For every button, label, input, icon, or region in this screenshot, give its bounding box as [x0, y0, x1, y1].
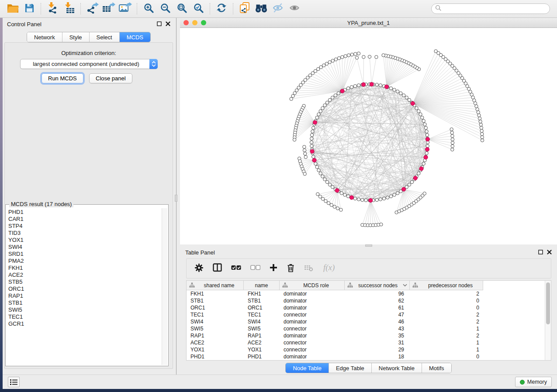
table-settings-button[interactable] — [194, 263, 204, 274]
mcds-result-item[interactable]: ACE2 — [7, 272, 161, 279]
table-toolbar: f(x) — [186, 258, 551, 279]
export-table-button[interactable] — [100, 1, 117, 16]
tab-select[interactable]: Select — [89, 32, 119, 42]
mcds-result-item[interactable]: PHD1 — [7, 209, 161, 216]
network-graph[interactable] — [180, 28, 557, 244]
table-scrollbar[interactable] — [545, 281, 551, 360]
table-row[interactable]: STB1STB1dominator620 — [187, 297, 545, 304]
table-row[interactable]: ORC1ORC1dominator610 — [187, 304, 545, 311]
table-row[interactable]: RAP1RAP1dominator352 — [187, 332, 545, 339]
select-all-rows-button[interactable] — [231, 264, 241, 273]
close-panel-icon[interactable] — [547, 249, 552, 256]
mcds-result-item[interactable]: GCR1 — [7, 320, 161, 327]
tab-motifs[interactable]: Motifs — [422, 363, 451, 373]
network-search-box[interactable] — [431, 3, 550, 14]
tab-node-table[interactable]: Node Table — [286, 363, 329, 373]
column-header-successor-nodes[interactable]: successor nodes — [345, 281, 410, 290]
show-hide-icon — [272, 3, 284, 15]
show-hide-button[interactable] — [270, 1, 286, 16]
table-row[interactable]: FKH1FKH1dominator962 — [187, 290, 545, 297]
deselect-all-rows-button[interactable] — [250, 264, 260, 273]
float-panel-icon[interactable] — [157, 21, 162, 28]
mcds-result-item[interactable]: PMA2 — [7, 258, 161, 265]
tab-network[interactable]: Network — [27, 32, 62, 42]
column-visibility-button[interactable] — [213, 263, 222, 274]
cell-predecessor-nodes: 1 — [410, 325, 483, 332]
mcds-result-item[interactable]: SWI4 — [7, 244, 161, 251]
cell-successor-nodes: 47 — [345, 311, 410, 318]
add-column-icon — [270, 264, 277, 273]
tab-network-table[interactable]: Network Table — [371, 363, 422, 373]
tab-style[interactable]: Style — [62, 32, 89, 42]
export-network-button[interactable] — [84, 1, 100, 16]
cell-predecessor-nodes: 2 — [410, 311, 483, 318]
open-file-button[interactable] — [4, 1, 21, 16]
mcds-result-item[interactable]: ORC1 — [7, 285, 161, 292]
function-builder-icon: f(x) — [322, 263, 336, 274]
table-row[interactable]: YOX1YOX1connector291 — [187, 346, 545, 353]
tab-mcds[interactable]: MCDS — [119, 32, 150, 42]
mcds-result-item[interactable]: TID3 — [7, 230, 161, 237]
first-neighbors-button[interactable] — [253, 1, 270, 16]
network-window-titlebar[interactable]: YPA_prune.txt_1 — [180, 18, 557, 28]
cell-shared-name: SWI4 — [187, 318, 244, 325]
mcds-result-item[interactable]: CAR1 — [7, 216, 161, 223]
cell-predecessor-nodes: 0 — [410, 297, 483, 304]
zoom-out-button[interactable] — [157, 1, 173, 16]
refresh-layout-button[interactable] — [213, 1, 230, 16]
tab-edge-table[interactable]: Edge Table — [329, 363, 371, 373]
mcds-result-item[interactable]: SWI5 — [7, 306, 161, 313]
delete-column-button[interactable] — [287, 263, 295, 274]
column-header-predecessor-nodes[interactable]: predecessor nodes — [410, 281, 483, 290]
table-row[interactable]: TEC1TEC1connector472 — [187, 311, 545, 318]
mcds-result-item[interactable]: FKH1 — [7, 265, 161, 272]
cell-shared-name: FKH1 — [187, 290, 244, 297]
mcds-result-item[interactable]: STB1 — [7, 299, 161, 306]
shared-column-icon — [347, 282, 353, 288]
close-panel-icon[interactable] — [166, 21, 170, 28]
optimization-criterion-select[interactable]: largest connected component (undirected) — [20, 59, 158, 69]
task-history-button[interactable] — [8, 377, 20, 387]
zoom-selected-button[interactable] — [190, 1, 207, 16]
save-session-button[interactable] — [21, 1, 38, 16]
mcds-result-item[interactable]: STB5 — [7, 279, 161, 285]
export-image-button[interactable] — [117, 1, 134, 16]
zoom-fit-button[interactable] — [173, 1, 190, 16]
network-view-canvas[interactable] — [180, 28, 557, 244]
selected-criterion: largest connected component (undirected) — [21, 61, 150, 67]
mcds-result-item[interactable]: RAP1 — [7, 292, 161, 299]
memory-label: Memory — [527, 379, 547, 385]
hide-selected-button[interactable] — [286, 1, 303, 16]
column-header-MCDS-role[interactable]: MCDS role — [280, 281, 345, 290]
mcds-result-item[interactable]: SRD1 — [7, 251, 161, 258]
table-row[interactable]: SWI5SWI5connector431 — [187, 325, 545, 332]
table-row[interactable]: SWI4SWI4dominator462 — [187, 318, 545, 325]
mcds-result-item[interactable]: TEC1 — [7, 313, 161, 320]
float-panel-icon[interactable] — [538, 249, 543, 256]
cell-name: PHD1 — [244, 353, 280, 360]
cell-predecessor-nodes: 0 — [410, 353, 483, 360]
mcds-result-item[interactable]: STP4 — [7, 223, 161, 230]
scrollbar-thumb[interactable] — [546, 282, 550, 324]
optimization-criterion-label: Optimization criterion: — [5, 50, 173, 56]
clone-network-button[interactable] — [236, 1, 253, 16]
close-panel-button[interactable]: Close panel — [89, 73, 132, 83]
table-row[interactable]: PHD1PHD1dominator180 — [187, 353, 545, 360]
table-row[interactable]: ACE2ACE2connector311 — [187, 339, 545, 346]
run-mcds-button[interactable]: Run MCDS — [42, 73, 83, 83]
column-header-shared-name[interactable]: shared name — [187, 281, 244, 290]
memory-button[interactable]: Memory — [515, 377, 552, 387]
import-network-button[interactable] — [44, 1, 61, 16]
cell-successor-nodes: 96 — [345, 290, 410, 297]
zoom-in-button[interactable] — [140, 1, 157, 16]
memory-status-dot — [520, 380, 525, 385]
search-input[interactable] — [442, 6, 550, 12]
column-header-name[interactable]: name — [244, 281, 280, 290]
import-table-button[interactable] — [61, 1, 77, 16]
result-scrollbar[interactable] — [162, 208, 167, 365]
add-column-button[interactable] — [270, 264, 277, 273]
cell-shared-name: PHD1 — [187, 353, 244, 360]
mcds-result-item[interactable]: YOX1 — [7, 237, 161, 244]
cell-MCDS-role: dominator — [280, 290, 345, 297]
clone-network-icon — [239, 2, 250, 15]
